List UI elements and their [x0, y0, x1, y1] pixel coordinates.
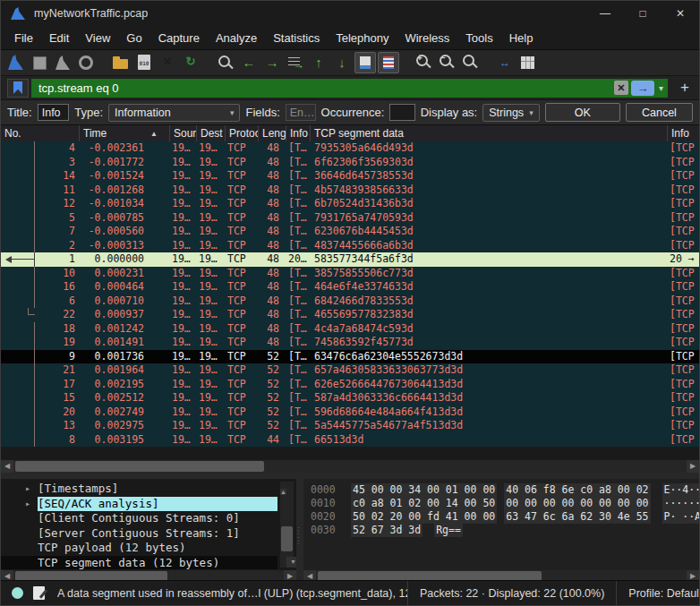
- go-to-packet-icon[interactable]: →: [285, 52, 306, 73]
- hex-bytes[interactable]: 45 00 00 34 00 01 00 0040 06 f8 6e c0 a8…: [351, 483, 651, 497]
- packet-row[interactable]: 5-0.00078519…19…TCP48[T…7931765a7470593d…: [1, 211, 699, 226]
- packet-row[interactable]: 90.00173619…19…TCP52[T…63476c6a62304e555…: [1, 350, 699, 364]
- details-vscrollbar[interactable]: ▲ ▼: [280, 482, 294, 568]
- menu-help[interactable]: Help: [501, 29, 542, 47]
- packet-row[interactable]: 14-0.00152419…19…TCP48[T…36646d645738553…: [1, 169, 699, 184]
- packet-row[interactable]: 190.00149119…19…TCP48[T…745863592f45773d…: [1, 336, 699, 350]
- zoom-in-icon[interactable]: +: [413, 52, 434, 73]
- hex-row[interactable]: 000045 00 00 34 00 01 00 0040 06 f8 6e c…: [305, 483, 699, 497]
- column-header-time[interactable]: Time▲: [80, 125, 170, 141]
- scroll-up-icon[interactable]: ▲: [280, 489, 286, 495]
- column-title-input[interactable]: Info: [38, 104, 70, 121]
- stop-capture-icon[interactable]: [29, 52, 50, 73]
- capture-options-icon[interactable]: [75, 52, 97, 73]
- column-header-protoc[interactable]: Protoc: [226, 125, 259, 141]
- packet-row[interactable]: 130.00297519…19…TCP52[T…5a5445775a54677a…: [1, 419, 699, 433]
- packet-row[interactable]: 180.00124219…19…TCP48[T…4c4a7a68474c593d…: [1, 322, 699, 337]
- go-last-icon[interactable]: ↓: [331, 52, 353, 73]
- hex-row[interactable]: 0010c0 a8 01 02 00 14 00 5000 00 00 00 0…: [305, 497, 699, 510]
- colorize-icon[interactable]: [378, 52, 399, 73]
- column-header-sour[interactable]: Sour: [170, 125, 197, 141]
- column-type-select[interactable]: Information ▾: [108, 104, 240, 122]
- menu-telephony[interactable]: Telephony: [328, 29, 397, 47]
- zoom-out-icon[interactable]: −: [436, 52, 457, 73]
- packet-list-hscrollbar[interactable]: ◀ ▶: [1, 460, 699, 473]
- go-forward-icon[interactable]: →: [261, 52, 283, 73]
- hex-ascii[interactable]: ·······P ········: [662, 497, 700, 510]
- hex-row[interactable]: 002050 02 20 00 fd 41 00 0063 47 6c 6a 6…: [305, 510, 699, 524]
- expert-info-icon[interactable]: [12, 587, 23, 599]
- profile-selector[interactable]: Profile: Default: [617, 587, 700, 600]
- packet-row[interactable]: 4-0.00236119…19…TCP48[T…7935305a646d493d…: [1, 141, 699, 156]
- zoom-reset-icon[interactable]: [459, 52, 481, 73]
- column-header-leng[interactable]: Leng: [259, 125, 286, 141]
- start-capture-icon[interactable]: [5, 52, 27, 73]
- scrollbar-thumb[interactable]: [15, 461, 264, 472]
- reset-layout-icon[interactable]: [517, 52, 539, 73]
- scroll-left-icon[interactable]: ◀: [1, 460, 13, 473]
- menu-view[interactable]: View: [77, 29, 118, 47]
- display-as-select[interactable]: Strings ▾: [482, 104, 539, 122]
- packet-row[interactable]: 200.00274919…19…TCP52[T…596d68664e484a66…: [1, 405, 699, 420]
- column-header-dest[interactable]: Dest: [197, 125, 226, 141]
- packet-row[interactable]: 170.00219519…19…TCP52[T…626e526664476730…: [1, 378, 699, 392]
- menu-tools[interactable]: Tools: [457, 29, 500, 47]
- menu-edit[interactable]: Edit: [41, 29, 77, 47]
- scroll-right-icon[interactable]: ▶: [687, 460, 699, 473]
- restart-capture-icon[interactable]: [52, 52, 73, 73]
- hex-bytes[interactable]: c0 a8 01 02 00 14 00 5000 00 00 00 00 00…: [351, 497, 651, 510]
- filter-bookmark-button[interactable]: [7, 79, 29, 98]
- packet-row[interactable]: 60.00071019…19…TCP48[T…6842466d7833553d[…: [1, 294, 699, 309]
- hex-bytes[interactable]: 52 67 3d 3d: [351, 524, 423, 537]
- packet-row[interactable]: 220.00093719…19…TCP48[T…465569577832383d…: [1, 308, 699, 322]
- expand-arrow-icon[interactable]: ▸: [25, 482, 38, 497]
- capture-comment-icon[interactable]: [33, 586, 45, 600]
- column-header-info[interactable]: Info: [668, 125, 699, 141]
- packet-row[interactable]: 11-0.00126819…19…TCP48[T…4b5748393856633…: [1, 184, 699, 198]
- open-file-icon[interactable]: [110, 52, 132, 73]
- packet-row[interactable]: 100.00023119…19…TCP48[T…38575855506c773d…: [1, 267, 699, 281]
- packet-row[interactable]: 2-0.00031319…19…TCP48[T…48374455666a6b3d…: [1, 239, 699, 253]
- packet-row[interactable]: 210.00196419…19…TCP52[T…657a463058336330…: [1, 363, 699, 378]
- hex-ascii[interactable]: Rg==: [434, 524, 463, 537]
- packet-row[interactable]: 7-0.00056019…19…TCP48[T…6230676b4445453d…: [1, 225, 699, 239]
- detail-item[interactable]: [Server Contiguous Streams: 1]: [1, 526, 277, 542]
- menu-go[interactable]: Go: [118, 29, 149, 47]
- filter-dropdown-icon[interactable]: ▾: [659, 83, 663, 93]
- packet-row[interactable]: 160.00046419…19…TCP48[T…464e6f4e3374633d…: [1, 280, 699, 294]
- packet-row[interactable]: 12-0.00103419…19…TCP48[T…6b70524d31436b3…: [1, 197, 699, 211]
- packet-row[interactable]: 3-0.00177219…19…TCP48[T…6f62306f3569303d…: [1, 156, 699, 170]
- column-header-no-[interactable]: No.: [1, 125, 80, 141]
- ok-button[interactable]: OK: [545, 103, 620, 122]
- column-header-tcp-segment-data[interactable]: TCP segment data: [311, 125, 668, 141]
- menu-analyze[interactable]: Analyze: [208, 29, 265, 47]
- detail-item[interactable]: TCP segment data (12 bytes): [1, 556, 277, 570]
- scrollbar-thumb[interactable]: [281, 526, 293, 551]
- close-button[interactable]: ✕: [662, 1, 699, 26]
- reload-file-icon[interactable]: ↻: [180, 52, 201, 73]
- detail-item[interactable]: [Client Contiguous Streams: 0]: [1, 511, 277, 526]
- go-first-icon[interactable]: ↑: [308, 52, 329, 73]
- filter-clear-icon[interactable]: ✕: [614, 81, 628, 95]
- detail-item[interactable]: TCP payload (12 bytes): [1, 541, 277, 556]
- close-file-icon[interactable]: ✕: [157, 52, 178, 73]
- column-header-info[interactable]: Info: [286, 125, 311, 141]
- occurrence-input[interactable]: [389, 104, 414, 121]
- menu-file[interactable]: File: [6, 29, 41, 47]
- minimize-button[interactable]: —: [586, 1, 624, 26]
- find-packet-icon[interactable]: [215, 52, 236, 73]
- menu-capture[interactable]: Capture: [150, 29, 208, 47]
- detail-item[interactable]: ▸[Timestamps]: [1, 482, 277, 497]
- detail-item[interactable]: ▸[SEQ/ACK analysis]: [1, 497, 277, 512]
- hex-bytes[interactable]: 50 02 20 00 fd 41 00 0063 47 6c 6a 62 30…: [351, 510, 651, 524]
- filter-add-button[interactable]: +: [677, 79, 693, 97]
- menu-statistics[interactable]: Statistics: [265, 29, 328, 47]
- resize-columns-icon[interactable]: ↔: [494, 52, 516, 73]
- packet-row[interactable]: 80.00319519…19…TCP44[T…66513d3d[TCP: [1, 433, 699, 448]
- display-filter-field[interactable]: tcp.stream eq 0 ✕ → ▾: [31, 79, 668, 98]
- hex-ascii[interactable]: P· ··A·· cGljb0NU: [662, 510, 700, 524]
- menu-wireless[interactable]: Wireless: [397, 29, 457, 47]
- pane-splitter-vertical[interactable]: ······: [296, 479, 303, 583]
- cancel-button[interactable]: Cancel: [626, 103, 693, 122]
- display-filter-input[interactable]: tcp.stream eq 0: [31, 81, 611, 95]
